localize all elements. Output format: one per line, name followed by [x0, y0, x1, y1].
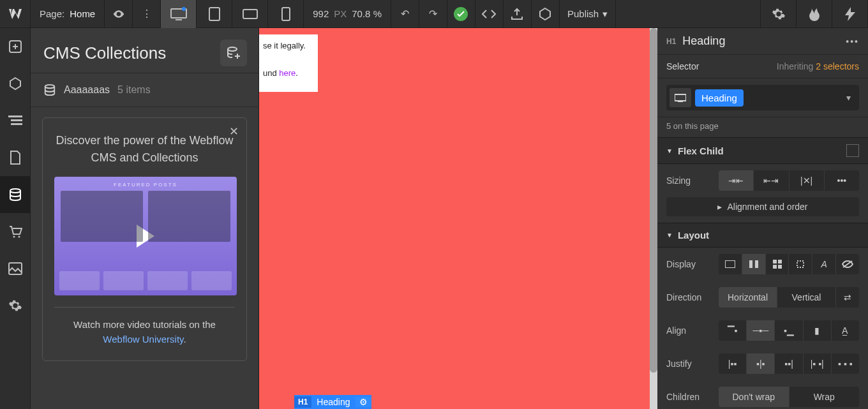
chevron-down-icon[interactable]: ▾: [846, 93, 851, 103]
style-panel: H1 Heading ••• Selector Inheriting 2 sel…: [657, 28, 868, 409]
breakpoint-mobile-icon[interactable]: [268, 0, 304, 28]
inheriting-info[interactable]: Inheriting 2 selectors: [777, 61, 859, 71]
export-icon[interactable]: [504, 0, 532, 28]
undo-icon[interactable]: ↶: [391, 0, 419, 28]
breakpoint-desktop-icon[interactable]: [161, 0, 197, 28]
status-ok-icon[interactable]: [447, 0, 475, 28]
sizing-none[interactable]: |✕|: [789, 170, 825, 191]
settings-icon[interactable]: [761, 0, 797, 28]
sizing-shrink[interactable]: ⇥⇤: [719, 170, 754, 191]
justify-center[interactable]: ▪|▪: [747, 353, 775, 374]
interactions-icon[interactable]: [832, 0, 868, 28]
direction-reverse-icon[interactable]: ⇄: [836, 287, 859, 308]
sizing-grow[interactable]: ⇤⇥: [754, 170, 789, 191]
add-collection-button[interactable]: [220, 40, 247, 66]
breakpoint-landscape-icon[interactable]: [232, 0, 268, 28]
breakpoint-tablet-icon[interactable]: [197, 0, 232, 28]
display-block[interactable]: [719, 254, 742, 274]
redo-icon[interactable]: ↷: [419, 0, 447, 28]
wrap-none[interactable]: Don't wrap: [719, 387, 789, 407]
svg-point-13: [19, 236, 20, 238]
sizing-more[interactable]: •••: [825, 170, 859, 191]
svg-rect-26: [797, 261, 804, 267]
on-page-count: 5 on this page: [657, 117, 868, 137]
gear-icon[interactable]: ⚙: [355, 397, 371, 407]
section-reset-icon[interactable]: [846, 144, 859, 157]
direction-horizontal[interactable]: Horizontal: [719, 287, 777, 308]
cms-icon[interactable]: [0, 176, 31, 213]
settings-rail-icon[interactable]: [0, 287, 31, 324]
svg-point-11: [10, 189, 20, 193]
selection-badge[interactable]: H1 Heading ⚙: [294, 395, 371, 409]
add-icon[interactable]: [0, 28, 31, 65]
promo-video[interactable]: FEATURED POSTS: [54, 177, 237, 295]
canvas[interactable]: se it legally. und here. H1 Heading ⚙: [259, 28, 657, 409]
alignment-order-expand[interactable]: ▸ Alignment and order: [666, 197, 859, 216]
direction-vertical[interactable]: Vertical: [777, 287, 836, 308]
ecommerce-icon[interactable]: [0, 213, 31, 250]
svg-rect-17: [675, 94, 686, 101]
webflow-university-link[interactable]: Webflow University: [103, 334, 183, 345]
close-icon[interactable]: ✕: [229, 124, 239, 138]
page-selector[interactable]: Page: Home: [31, 0, 105, 28]
chevron-down-icon: ▾: [602, 8, 608, 20]
justify-start[interactable]: |▪▪: [719, 353, 747, 374]
navigator-icon[interactable]: [0, 102, 31, 139]
publish-button[interactable]: Publish ▾: [560, 0, 616, 28]
section-flex-child[interactable]: ▼ Flex Child: [657, 137, 868, 164]
selector-field[interactable]: Heading ▾: [666, 85, 859, 110]
scrollbar[interactable]: [650, 28, 657, 409]
display-none[interactable]: [836, 254, 859, 274]
svg-rect-10: [11, 123, 22, 125]
svg-rect-23: [778, 260, 782, 264]
preview-icon[interactable]: [105, 0, 133, 28]
here-link[interactable]: here: [279, 68, 296, 78]
logo[interactable]: [0, 0, 31, 28]
display-inline-block[interactable]: [789, 254, 812, 274]
pages-icon[interactable]: [0, 139, 31, 176]
cms-title: CMS Collections: [43, 43, 166, 63]
justify-group: |▪▪ ▪|▪ ▪▪| |▪ ▪| ▪ ▪ ▪: [719, 353, 859, 374]
display-flex[interactable]: [742, 254, 766, 274]
align-stretch[interactable]: ▮: [804, 320, 832, 341]
collection-name: Aaaaaaas: [64, 84, 110, 96]
selection-label: Heading: [311, 397, 355, 407]
align-group: ▔▪ ─▪─ ▪▁ ▮ A̲: [719, 320, 859, 341]
align-end[interactable]: ▪▁: [775, 320, 803, 341]
align-center[interactable]: ─▪─: [747, 320, 775, 341]
collection-row[interactable]: Aaaaaaas 5 items: [31, 73, 258, 107]
element-menu-icon[interactable]: •••: [846, 36, 859, 47]
code-icon[interactable]: [475, 0, 504, 28]
section-layout[interactable]: ▼ Layout: [657, 223, 868, 248]
svg-rect-21: [755, 260, 758, 268]
svg-point-15: [228, 47, 237, 51]
class-pill[interactable]: Heading: [695, 89, 744, 107]
svg-point-2: [182, 7, 186, 11]
assets-icon[interactable]: [0, 250, 31, 287]
element-tag: H1: [666, 37, 676, 46]
more-icon[interactable]: ⋮: [133, 0, 161, 28]
components-icon[interactable]: [0, 65, 31, 102]
svg-rect-19: [725, 260, 735, 268]
collection-count: 5 items: [117, 84, 151, 96]
breakpoint-group: [161, 0, 304, 28]
svg-rect-22: [773, 260, 777, 264]
canvas-width: 992: [313, 8, 329, 19]
paint-icon[interactable]: [797, 0, 832, 28]
audit-icon[interactable]: [532, 0, 560, 28]
svg-rect-5: [282, 8, 290, 20]
wrap-wrap[interactable]: Wrap: [789, 387, 860, 407]
display-inline[interactable]: A: [812, 254, 836, 274]
page-label: Page:: [40, 8, 64, 19]
display-grid[interactable]: [766, 254, 789, 274]
justify-end[interactable]: ▪▪|: [775, 353, 803, 374]
svg-rect-18: [678, 101, 683, 102]
cms-panel: CMS Collections Aaaaaaas 5 items ✕ Disco…: [31, 28, 259, 409]
canvas-dimensions[interactable]: 992 PX 70.8 %: [304, 0, 391, 28]
justify-between[interactable]: |▪ ▪|: [804, 353, 832, 374]
align-start[interactable]: ▔▪: [719, 320, 747, 341]
align-baseline[interactable]: A̲: [832, 320, 859, 341]
justify-around[interactable]: ▪ ▪ ▪: [832, 353, 859, 374]
svg-rect-24: [773, 265, 777, 269]
selector-scope-icon[interactable]: [670, 88, 691, 107]
